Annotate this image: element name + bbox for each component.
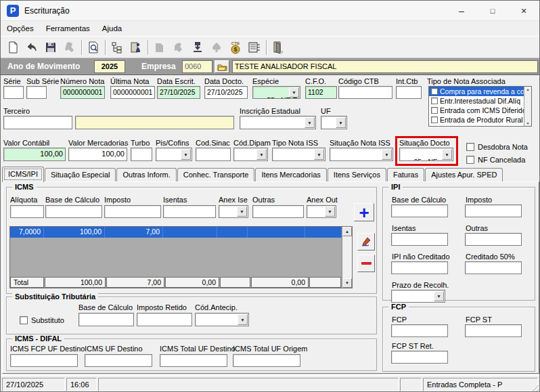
tab-icms-ipi[interactable]: ICMS/IPI bbox=[2, 167, 44, 182]
tab-ajustes-apur-sped[interactable]: Ajustes Apur. SPED bbox=[425, 168, 503, 181]
save-button[interactable] bbox=[41, 39, 60, 56]
tab-situacao-especial[interactable]: Situação Especial bbox=[45, 168, 116, 181]
edit-row-button[interactable] bbox=[357, 233, 375, 251]
numero-nota-field[interactable]: 0000000001 bbox=[60, 86, 105, 99]
stamp-button[interactable] bbox=[60, 39, 79, 56]
copy-button[interactable] bbox=[150, 39, 169, 56]
substituto-checkbox-row[interactable]: Substituto bbox=[20, 316, 64, 324]
chevron-down-icon[interactable] bbox=[382, 149, 392, 160]
chevron-down-icon[interactable] bbox=[237, 206, 247, 217]
fcp-st-field[interactable] bbox=[465, 324, 522, 337]
list-scrollbar[interactable] bbox=[524, 87, 531, 126]
table-row-selected[interactable]: 7,0000 100,00 7,00 bbox=[10, 227, 342, 238]
list-item[interactable]: Entrada de Produtor Rural bbox=[429, 115, 531, 125]
chevron-down-icon[interactable] bbox=[314, 149, 324, 160]
checkbox[interactable] bbox=[431, 97, 438, 104]
ipi-base-calculo-field[interactable] bbox=[391, 204, 448, 217]
spade-button[interactable] bbox=[207, 39, 226, 56]
cod-antecip-combo[interactable] bbox=[195, 313, 249, 326]
import-button[interactable] bbox=[188, 39, 207, 56]
scroll-down-icon[interactable] bbox=[526, 121, 530, 125]
delete-row-button[interactable] bbox=[357, 255, 375, 272]
turbo-field[interactable] bbox=[131, 148, 152, 161]
minimize-button[interactable]: – bbox=[446, 1, 477, 21]
checkbox[interactable] bbox=[431, 107, 438, 114]
maximize-button[interactable]: □ bbox=[477, 1, 508, 21]
icms-total-uf-origem-field[interactable] bbox=[233, 354, 300, 367]
grid-scrollbar[interactable] bbox=[342, 227, 352, 288]
icms-isentas-field[interactable] bbox=[163, 205, 216, 218]
data-docto-field[interactable]: 27/10/2025 bbox=[204, 86, 248, 99]
serie-field[interactable] bbox=[3, 86, 24, 99]
st-base-calculo-field[interactable] bbox=[78, 313, 134, 326]
imposto-retido-field[interactable] bbox=[137, 313, 192, 326]
empresa-nome-field[interactable]: TESTE ANALISADOR FISCAL bbox=[232, 60, 538, 73]
cfo-field[interactable]: 1102 bbox=[305, 86, 337, 99]
cod-dipam-combo[interactable] bbox=[233, 148, 268, 161]
icms-base-calculo-field[interactable] bbox=[45, 205, 102, 218]
ano-movimento-field[interactable]: 2025 bbox=[94, 60, 125, 73]
menu-opcoes[interactable]: Opções bbox=[1, 22, 40, 35]
anex-ise-combo[interactable] bbox=[219, 205, 248, 218]
checkbox[interactable] bbox=[466, 143, 474, 151]
checkbox[interactable] bbox=[431, 116, 438, 123]
ultima-nota-field[interactable]: 0000000001 bbox=[110, 86, 155, 99]
checkbox[interactable] bbox=[20, 316, 28, 324]
tab-itens-servicos[interactable]: Itens Serviços bbox=[328, 168, 386, 181]
undo-button[interactable] bbox=[22, 39, 41, 56]
tipo-nota-iss-combo[interactable] bbox=[272, 148, 325, 161]
ctb-button[interactable]: CTB$ bbox=[226, 39, 245, 56]
chevron-down-icon[interactable] bbox=[256, 149, 267, 160]
inscricao-estadual-combo[interactable] bbox=[240, 116, 316, 129]
desdobra-nota-checkbox-row[interactable]: Desdobra Nota bbox=[466, 143, 528, 151]
uf-combo[interactable] bbox=[321, 116, 347, 129]
scroll-up-icon[interactable] bbox=[342, 227, 352, 236]
valor-contabil-field[interactable]: 100,00 bbox=[3, 148, 66, 161]
icms-uf-destino-field[interactable] bbox=[85, 354, 152, 367]
tab-faturas[interactable]: Faturas bbox=[387, 168, 424, 181]
empresa-codigo-field[interactable]: 0060 bbox=[182, 60, 212, 73]
especie-combo[interactable]: 55 NF-E bbox=[252, 86, 300, 99]
tab-itens-mercadorias[interactable]: Itens Mercadorias bbox=[255, 168, 326, 181]
close-button[interactable]: × bbox=[508, 1, 539, 21]
situacao-nota-iss-combo[interactable] bbox=[330, 148, 393, 161]
ipi-isentas-field[interactable] bbox=[391, 233, 448, 246]
sub-serie-field[interactable] bbox=[26, 86, 47, 99]
checkbox[interactable] bbox=[466, 156, 474, 164]
chevron-down-icon[interactable] bbox=[325, 206, 335, 217]
tree-view-button[interactable] bbox=[108, 39, 127, 56]
list-item[interactable]: Entr.Interestadual Dif.Alíq bbox=[429, 96, 531, 106]
list-item[interactable]: Entrada com ICMS Diferido bbox=[429, 106, 531, 115]
int-ctb-field[interactable] bbox=[396, 86, 422, 99]
ipi-imposto-field[interactable] bbox=[465, 204, 522, 217]
open-empresa-button[interactable] bbox=[215, 60, 229, 73]
nf-cancelada-checkbox-row[interactable]: NF Cancelada bbox=[466, 156, 525, 164]
ipi-outras-field[interactable] bbox=[465, 233, 522, 246]
ipi-nao-creditado-field[interactable] bbox=[391, 261, 448, 274]
terceiro-codigo-field[interactable] bbox=[3, 116, 72, 129]
scroll-up-icon[interactable] bbox=[526, 87, 530, 91]
codigo-ctb-field[interactable] bbox=[338, 86, 392, 99]
data-escrit-field[interactable]: 27/10/2025 bbox=[157, 86, 200, 99]
anex-out-combo[interactable] bbox=[307, 205, 336, 218]
icms-total-uf-destino-field[interactable] bbox=[160, 354, 227, 367]
valor-mercadorias-field[interactable]: 100,00 bbox=[68, 148, 127, 161]
menu-ferramentas[interactable]: Ferramentas bbox=[40, 22, 96, 35]
aliquota-field[interactable] bbox=[10, 205, 44, 218]
icms-outras-field[interactable] bbox=[252, 205, 304, 218]
chevron-down-icon[interactable] bbox=[336, 117, 346, 128]
tipo-nota-associada-list[interactable]: Compra para revenda a co Entr.Interestad… bbox=[428, 86, 532, 127]
chevron-down-icon[interactable] bbox=[289, 87, 299, 97]
tab-outras-inform[interactable]: Outras Inform. bbox=[116, 168, 176, 181]
print-preview-button[interactable] bbox=[84, 39, 103, 56]
chevron-down-icon[interactable] bbox=[181, 149, 191, 160]
chevron-down-icon[interactable] bbox=[238, 314, 248, 325]
chevron-down-icon[interactable] bbox=[434, 291, 444, 301]
exit-button[interactable] bbox=[269, 39, 288, 56]
hand-button[interactable] bbox=[169, 39, 188, 56]
scroll-down-icon[interactable] bbox=[342, 278, 352, 288]
fcp-st-ret-field[interactable] bbox=[391, 351, 448, 364]
situacao-docto-combo[interactable]: 05 - NFe inut bbox=[399, 148, 453, 161]
prazo-recolh-combo[interactable] bbox=[391, 290, 445, 303]
ledger-button[interactable] bbox=[245, 39, 264, 56]
